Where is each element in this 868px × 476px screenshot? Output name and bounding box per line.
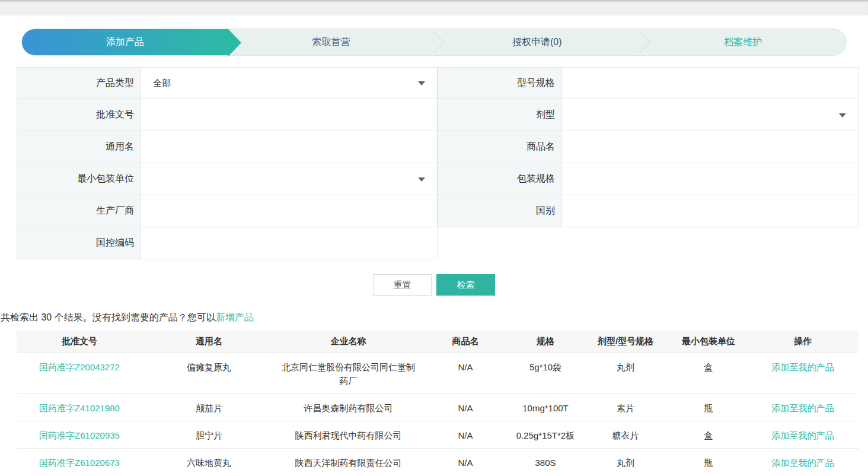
add-to-my-products-link[interactable]: 添加至我的产品 (772, 403, 834, 413)
company-name-cell: 陕西天洋制药有限责任公司 (276, 449, 421, 476)
col-actions: 操作 (747, 330, 859, 353)
unit-cell: 盒 (670, 353, 747, 394)
col-approval-number: 批准文号 (17, 330, 142, 353)
min-package-unit-label: 最小包装单位 (17, 163, 141, 195)
col-spec: 规格 (510, 330, 581, 353)
min-package-unit-select[interactable] (141, 163, 438, 195)
tab-add-product-label: 添加产品 (106, 36, 144, 49)
generic-name-cell: 六味地黄丸 (142, 449, 276, 476)
spec-cell: 10mg*100T (510, 394, 581, 421)
country-input[interactable] (562, 195, 859, 227)
tab-archive-maintenance[interactable]: 档案维护 (640, 29, 847, 55)
result-summary: 共检索出 30 个结果。没有找到需要的产品？您可以新增产品 (0, 312, 868, 324)
unit-cell: 盒 (670, 421, 747, 449)
search-form-left-column: 产品类型 全部 批准文号 通用名 最小包装单位 生产厂商 国控编码 (17, 67, 438, 259)
step-wizard: 添加产品 索取首营 授权申请(0) 档案维护 (21, 28, 847, 56)
result-summary-text: 共检索出 30 个结果。没有找到需要的产品？您可以 (1, 312, 216, 322)
unit-cell: 瓶 (670, 449, 747, 476)
tab-archive-maintenance-label: 档案维护 (724, 36, 762, 49)
model-spec-input[interactable] (562, 68, 859, 99)
product-type-select[interactable]: 全部 (141, 68, 438, 99)
approval-number-link[interactable]: 国药准字Z61020673 (39, 458, 120, 468)
approval-number-link[interactable]: 国药准字Z41021980 (39, 403, 120, 413)
tab-request-first-camp[interactable]: 索取首营 (228, 29, 435, 55)
national-control-code-label: 国控编码 (17, 227, 141, 259)
chevron-down-icon[interactable] (418, 81, 425, 85)
table-row: 国药准字Z41021980 颠茄片 许昌奥森制药有限公司 N/A 10mg*10… (17, 394, 859, 421)
unit-cell: 瓶 (670, 394, 747, 421)
search-form: 产品类型 全部 批准文号 通用名 最小包装单位 生产厂商 国控编码 (17, 67, 859, 259)
results-table: 批准文号 通用名 企业名称 商品名 规格 剂型/型号规格 最小包装单位 操作 国… (17, 330, 859, 475)
spec-cell: 5g*10袋 (510, 353, 581, 394)
table-row: 国药准字Z20043272 偏瘫复原丸 北京同仁堂股份有限公司同仁堂制药厂 N/… (17, 353, 859, 394)
table-header-row: 批准文号 通用名 企业名称 商品名 规格 剂型/型号规格 最小包装单位 操作 (17, 330, 859, 353)
generic-name-cell: 偏瘫复原丸 (142, 353, 276, 394)
add-to-my-products-link[interactable]: 添加至我的产品 (772, 362, 834, 372)
package-spec-input[interactable] (562, 163, 859, 195)
approval-number-label: 批准文号 (17, 99, 141, 131)
company-name-cell: 北京同仁堂股份有限公司同仁堂制药厂 (276, 353, 421, 394)
spec-cell: 380S (510, 449, 581, 476)
search-button[interactable]: 检索 (436, 274, 495, 296)
product-type-value: 全部 (153, 78, 171, 89)
product-type-label: 产品类型 (17, 68, 141, 99)
trade-name-cell: N/A (421, 394, 510, 421)
form-actions: 重置 检索 (0, 274, 868, 296)
trade-name-cell: N/A (421, 449, 510, 476)
generic-name-input[interactable] (141, 131, 438, 163)
approval-number-input[interactable] (141, 99, 438, 131)
generic-name-label: 通用名 (17, 131, 141, 163)
manufacturer-label: 生产厂商 (17, 195, 141, 227)
dosage-form-label: 剂型 (438, 99, 562, 131)
col-trade-name: 商品名 (421, 330, 510, 353)
generic-name-cell: 胆宁片 (142, 421, 276, 449)
dosage-cell: 素片 (581, 394, 670, 421)
dosage-cell: 丸剂 (581, 353, 670, 394)
generic-name-cell: 颠茄片 (142, 394, 276, 421)
add-new-product-link[interactable]: 新增产品 (216, 312, 254, 322)
add-to-my-products-link[interactable]: 添加至我的产品 (772, 458, 834, 468)
trade-name-label: 商品名 (438, 131, 562, 163)
tab-add-product[interactable]: 添加产品 (22, 29, 228, 55)
dosage-form-select[interactable] (562, 99, 859, 131)
model-spec-label: 型号规格 (438, 68, 562, 99)
company-name-cell: 陕西利君现代中药有限公司 (276, 421, 421, 449)
tab-request-first-camp-label: 索取首营 (312, 36, 350, 49)
manufacturer-input[interactable] (141, 195, 438, 227)
tab-authorization-request[interactable]: 授权申请(0) (434, 29, 640, 55)
col-generic-name: 通用名 (142, 330, 276, 353)
company-name-cell: 许昌奥森制药有限公司 (276, 394, 421, 421)
country-label: 国别 (438, 195, 562, 227)
trade-name-cell: N/A (421, 421, 510, 449)
trade-name-cell: N/A (421, 353, 510, 394)
add-to-my-products-link[interactable]: 添加至我的产品 (772, 430, 834, 440)
reset-button[interactable]: 重置 (373, 274, 432, 296)
chevron-down-icon[interactable] (418, 177, 425, 182)
table-row: 国药准字Z61020673 六味地黄丸 陕西天洋制药有限责任公司 N/A 380… (17, 449, 859, 476)
national-control-code-input[interactable] (141, 227, 438, 259)
search-form-right-column: 型号规格 剂型 商品名 包装规格 国别 (438, 67, 859, 259)
dosage-cell: 糖衣片 (581, 421, 670, 449)
package-spec-label: 包装规格 (438, 163, 562, 195)
chevron-down-icon[interactable] (839, 113, 846, 118)
col-min-package-unit: 最小包装单位 (670, 330, 747, 353)
dosage-cell: 丸剂 (581, 449, 670, 476)
tab-authorization-request-label: 授权申请(0) (512, 36, 562, 49)
trade-name-input[interactable] (562, 131, 859, 163)
approval-number-link[interactable]: 国药准字Z61020935 (39, 430, 120, 440)
col-dosage-model-spec: 剂型/型号规格 (581, 330, 670, 353)
col-company-name: 企业名称 (276, 330, 421, 353)
approval-number-link[interactable]: 国药准字Z20043272 (39, 362, 120, 372)
spec-cell: 0.25g*15T*2板 (510, 421, 581, 449)
top-gray-strip (0, 0, 868, 15)
table-row: 国药准字Z61020935 胆宁片 陕西利君现代中药有限公司 N/A 0.25g… (17, 421, 859, 449)
